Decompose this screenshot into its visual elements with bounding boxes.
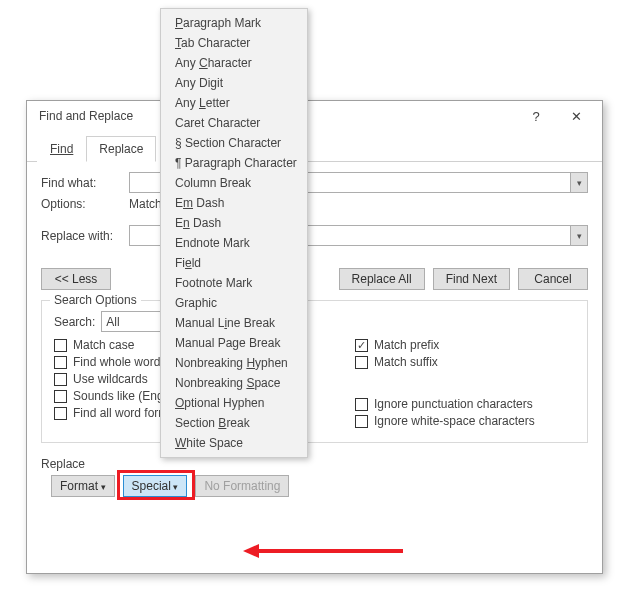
help-button[interactable]: ? — [516, 102, 556, 130]
search-options-legend: Search Options — [50, 293, 141, 307]
find-replace-dialog: Find and Replace ? ✕ Find Replace Go To … — [26, 100, 603, 574]
special-menu-item[interactable]: Nonbreaking Hyphen — [161, 353, 307, 373]
less-button[interactable]: << Less — [41, 268, 111, 290]
special-menu-item[interactable]: Endnote Mark — [161, 233, 307, 253]
special-menu-item[interactable]: Any Character — [161, 53, 307, 73]
special-menu-item[interactable]: Optional Hyphen — [161, 393, 307, 413]
tab-replace[interactable]: Replace — [86, 136, 156, 162]
special-menu-item[interactable]: Any Digit — [161, 73, 307, 93]
find-what-label: Find what: — [41, 176, 123, 190]
special-menu-item[interactable]: § Section Character — [161, 133, 307, 153]
options-label: Options: — [41, 197, 123, 211]
tab-find[interactable]: Find — [37, 136, 86, 162]
find-next-button[interactable]: Find Next — [433, 268, 510, 290]
match-prefix-checkbox[interactable]: Match prefix — [355, 338, 575, 352]
dialog-body: Find what: ▾ Options: Match Prefix Repla… — [27, 162, 602, 507]
ignore-whitespace-checkbox[interactable]: Ignore white-space characters — [355, 414, 575, 428]
special-menu-item[interactable]: Nonbreaking Space — [161, 373, 307, 393]
special-menu-item[interactable]: Column Break — [161, 173, 307, 193]
match-suffix-checkbox[interactable]: Match suffix — [355, 355, 575, 369]
replace-all-button[interactable]: Replace All — [339, 268, 425, 290]
special-menu-item[interactable]: Footnote Mark — [161, 273, 307, 293]
chevron-down-icon[interactable]: ▾ — [570, 226, 587, 245]
special-button[interactable]: Special — [123, 475, 188, 497]
close-button[interactable]: ✕ — [556, 102, 596, 130]
search-options-group: Search Options Search: All ▾ Match case … — [41, 300, 588, 443]
tabstrip: Find Replace Go To — [27, 135, 602, 162]
special-menu-item[interactable]: Em Dash — [161, 193, 307, 213]
svg-marker-1 — [243, 544, 259, 558]
annotation-arrow — [243, 543, 403, 559]
special-menu-item[interactable]: Graphic — [161, 293, 307, 313]
replace-with-label: Replace with: — [41, 229, 123, 243]
special-menu-item[interactable]: Tab Character — [161, 33, 307, 53]
special-menu-item[interactable]: Field — [161, 253, 307, 273]
replace-section-label: Replace — [41, 457, 588, 471]
chevron-down-icon[interactable]: ▾ — [570, 173, 587, 192]
special-menu-item[interactable]: White Space — [161, 433, 307, 453]
no-formatting-button[interactable]: No Formatting — [195, 475, 289, 497]
special-menu-item[interactable]: Caret Character — [161, 113, 307, 133]
special-menu-item[interactable]: Section Break — [161, 413, 307, 433]
special-menu-item[interactable]: ¶ Paragraph Character — [161, 153, 307, 173]
cancel-button[interactable]: Cancel — [518, 268, 588, 290]
search-direction-label: Search: — [54, 315, 95, 329]
special-menu-item[interactable]: Any Letter — [161, 93, 307, 113]
format-button[interactable]: Format — [51, 475, 115, 497]
special-menu-item[interactable]: Manual Line Break — [161, 313, 307, 333]
titlebar: Find and Replace ? ✕ — [27, 101, 602, 131]
special-menu-item[interactable]: Manual Page Break — [161, 333, 307, 353]
special-dropdown: Paragraph MarkTab CharacterAny Character… — [160, 8, 308, 458]
special-menu-item[interactable]: Paragraph Mark — [161, 13, 307, 33]
ignore-punct-checkbox[interactable]: Ignore punctuation characters — [355, 397, 575, 411]
special-menu-item[interactable]: En Dash — [161, 213, 307, 233]
